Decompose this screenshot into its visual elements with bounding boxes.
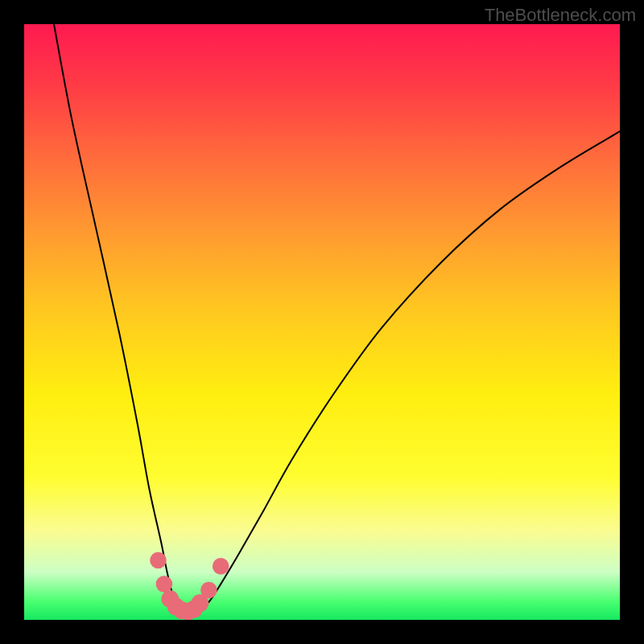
marker-dot [200,582,217,599]
watermark-text: TheBottleneck.com [485,5,636,26]
chart-svg [24,24,620,620]
marker-dot [150,552,167,569]
bottleneck-curve [54,24,620,613]
marker-dot [213,558,229,575]
curve-markers [150,552,229,620]
marker-dot [156,576,173,592]
chart-frame [0,0,644,644]
chart-plot-area [24,24,620,620]
